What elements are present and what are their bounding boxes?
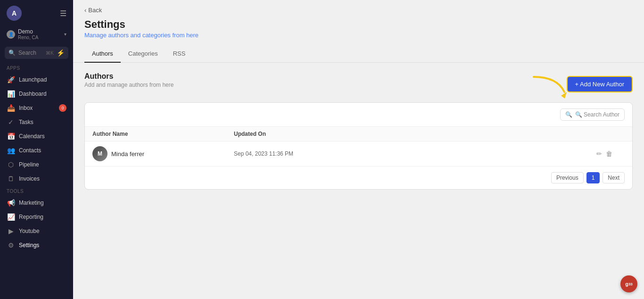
table-header: Author Name Updated On (85, 127, 632, 141)
authors-search-bar: 🔍 🔍 Search Author (85, 103, 632, 127)
sidebar-item-launchpad[interactable]: 🚀 Launchpad (0, 73, 73, 87)
search-label: Search (18, 50, 43, 56)
col-updated-on: Updated On (234, 131, 596, 137)
svg-marker-0 (561, 92, 567, 99)
delete-icon[interactable]: 🗑 (606, 150, 612, 158)
workspace-name: Demo (18, 28, 38, 35)
tab-authors[interactable]: Authors (84, 46, 121, 63)
page-subtitle: Manage authors and categories from here (84, 32, 633, 39)
workspace-icon: 👤 (7, 30, 15, 39)
top-bar: ‹ Back Settings Manage authors and categ… (73, 0, 644, 42)
search-shortcut: ⌘K (46, 50, 54, 56)
edit-icon[interactable]: ✏ (596, 150, 602, 158)
previous-button[interactable]: Previous (551, 172, 584, 183)
actions-cell: ✏ 🗑 (596, 150, 625, 158)
updated-cell: Sep 04, 2023 11:36 PM (234, 150, 596, 157)
inbox-icon: 📥 (7, 104, 15, 112)
section-subtitle: Add and manage authors from here (84, 82, 173, 88)
sidebar-item-label: Marketing (19, 199, 44, 206)
sidebar-item-label: Youtube (19, 228, 40, 234)
dashboard-icon: 📊 (7, 90, 15, 98)
sidebar-item-label: Reporting (19, 214, 43, 220)
sidebar-item-tasks[interactable]: ✓ Tasks (0, 115, 73, 129)
sidebar-item-label: Inbox (19, 105, 33, 111)
tools-section-label: Tools (0, 186, 73, 196)
annotation-arrow (529, 72, 571, 100)
next-button[interactable]: Next (603, 172, 625, 183)
sidebar-item-marketing[interactable]: 📢 Marketing (0, 196, 73, 210)
tab-content: Authors Add and manage authors from here… (73, 63, 644, 199)
sidebar-item-inbox[interactable]: 📥 Inbox 0 (0, 101, 73, 115)
author-name: Minda ferrer (111, 150, 144, 158)
sidebar-item-reporting[interactable]: 📈 Reporting (0, 210, 73, 224)
sidebar-item-label: Settings (19, 242, 39, 249)
sidebar-item-calendars[interactable]: 📅 Calendars (0, 129, 73, 143)
sidebar-item-invoices[interactable]: 🗒 Invoices (0, 172, 73, 186)
calendars-icon: 📅 (7, 133, 15, 140)
sidebar-item-label: Pipeline (19, 161, 39, 168)
search-author-placeholder: 🔍 Search Author (575, 111, 619, 118)
notification-badge[interactable]: g33 (620, 275, 637, 292)
tab-categories[interactable]: Categories (121, 46, 165, 63)
pipeline-icon: ⬡ (7, 161, 15, 168)
sidebar: A ☰ 👤 Demo Reno, CA ▾ 🔍 Search ⌘K ⚡ Apps… (0, 0, 73, 299)
sidebar-item-label: Dashboard (19, 91, 47, 97)
tabs-bar: Authors Categories RSS (73, 46, 644, 63)
sidebar-item-label: Contacts (19, 147, 41, 154)
pagination: Previous 1 Next (85, 166, 632, 189)
chevron-down-icon: ▾ (64, 32, 66, 37)
author-avatar: M (92, 146, 107, 161)
reporting-icon: 📈 (7, 213, 15, 221)
section-title: Authors (84, 72, 173, 81)
contacts-icon: 👥 (7, 147, 15, 154)
chevron-left-icon: ‹ (84, 7, 86, 14)
authors-card: 🔍 🔍 Search Author Author Name Updated On… (84, 102, 633, 190)
table-row: M Minda ferrer Sep 04, 2023 11:36 PM ✏ 🗑 (85, 141, 632, 166)
sidebar-item-pipeline[interactable]: ⬡ Pipeline (0, 158, 73, 172)
search-button[interactable]: 🔍 Search ⌘K ⚡ (5, 47, 68, 59)
youtube-icon: ▶ (7, 227, 15, 235)
page-1-button[interactable]: 1 (586, 172, 600, 183)
sidebar-header: A ☰ (0, 0, 73, 26)
add-new-author-button[interactable]: + Add New Author (567, 76, 633, 92)
sidebar-item-label: Calendars (19, 133, 45, 140)
back-link[interactable]: ‹ Back (84, 7, 633, 14)
sidebar-item-label: Tasks (19, 119, 33, 125)
add-author-wrapper: + Add New Author (529, 72, 633, 96)
page-title: Settings (84, 18, 633, 31)
sidebar-item-youtube[interactable]: ▶ Youtube (0, 224, 73, 238)
sidebar-item-label: Invoices (19, 175, 40, 182)
main-inner: ‹ Back Settings Manage authors and categ… (73, 0, 644, 299)
invoices-icon: 🗒 (7, 175, 15, 183)
sidebar-item-dashboard[interactable]: 📊 Dashboard (0, 87, 73, 101)
search-author-input[interactable]: 🔍 🔍 Search Author (560, 108, 625, 121)
sidebar-item-settings[interactable]: ⚙ Settings (0, 238, 73, 252)
bolt-icon: ⚡ (57, 49, 65, 57)
col-actions (596, 131, 625, 137)
author-cell: M Minda ferrer (92, 146, 234, 161)
workspace-location: Reno, CA (18, 35, 38, 40)
hamburger-menu-icon[interactable]: ☰ (60, 9, 66, 18)
workspace-selector[interactable]: 👤 Demo Reno, CA ▾ (0, 26, 73, 45)
back-label: Back (88, 7, 102, 14)
marketing-icon: 📢 (7, 199, 15, 207)
inbox-badge: 0 (59, 104, 66, 112)
tasks-icon: ✓ (7, 118, 15, 126)
settings-icon: ⚙ (7, 241, 15, 249)
sidebar-item-label: Launchpad (19, 76, 47, 83)
sidebar-item-contacts[interactable]: 👥 Contacts (0, 143, 73, 158)
col-author-name: Author Name (92, 131, 234, 137)
tab-rss[interactable]: RSS (165, 46, 193, 63)
main-content: ‹ Back Settings Manage authors and categ… (73, 0, 644, 299)
apps-section-label: Apps (0, 63, 73, 73)
search-icon: 🔍 (565, 111, 572, 118)
subtitle-authors-link[interactable]: authors (108, 32, 129, 39)
search-icon: 🔍 (8, 50, 16, 56)
avatar: A (7, 6, 22, 21)
launchpad-icon: 🚀 (7, 76, 15, 83)
section-header: Authors Add and manage authors from here… (84, 72, 633, 96)
